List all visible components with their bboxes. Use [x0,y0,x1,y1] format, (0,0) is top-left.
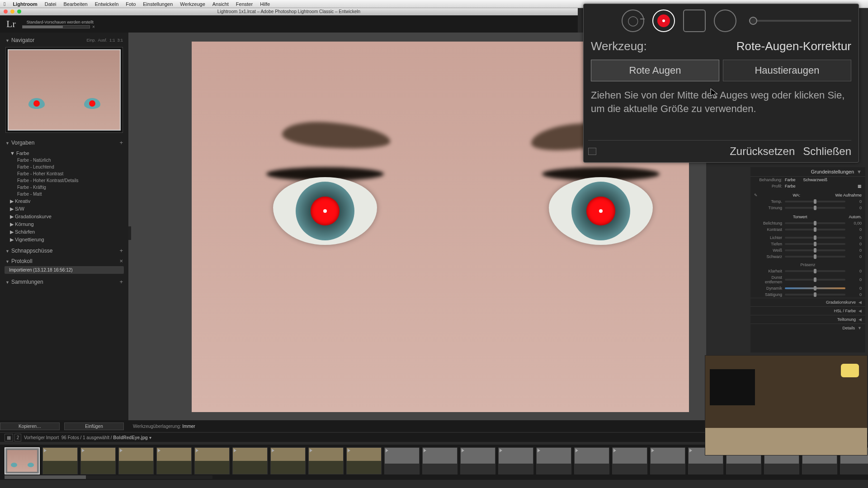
zoom-31[interactable]: 3:1 [117,38,123,42]
zoom-fit[interactable]: Einp. [86,38,96,42]
filmstrip-thumb[interactable] [80,447,116,474]
tool-toggle-switch[interactable] [588,148,596,155]
window-titlebar[interactable]: Lightroom 1x1.lrcat – Adobe Photoshop Li… [0,8,578,15]
dehaze-slider[interactable] [785,279,845,281]
filmstrip-thumb[interactable] [42,447,78,474]
profile-value[interactable]: Farbe [785,184,855,188]
menubar-item[interactable]: Datei [45,1,57,7]
filmstrip-thumb[interactable] [460,447,495,474]
preset-group[interactable]: ▶ Schärfen [5,228,123,236]
split-section-header[interactable]: Teiltonung◀ [750,315,865,324]
window-minimize-button[interactable] [10,9,14,14]
hsl-section-header[interactable]: HSL / Farbe◀ [750,306,865,315]
saturation-slider[interactable] [785,294,845,296]
navigator-header[interactable]: ▼Navigator Einp. Ausf. 1:1 3:1 [3,35,126,45]
add-preset-icon[interactable]: + [119,139,123,146]
blacks-slider[interactable] [785,256,845,258]
filmstrip-thumb[interactable] [612,447,647,474]
treatment-bw[interactable]: Schwarzweiß [803,178,828,182]
filmstrip-thumb[interactable] [156,447,192,474]
menubar-item[interactable]: Fenster [236,1,253,7]
filmstrip-thumb[interactable] [270,447,306,474]
wb-value[interactable]: Wie Aufnahme [835,193,862,197]
red-eye-mode-button[interactable]: Rote Augen [591,60,719,81]
menubar-item[interactable]: Entwickeln [95,1,119,7]
exposure-slider[interactable] [785,222,845,224]
preset-item[interactable]: Farbe - Kräftig [5,184,123,191]
panel-edge-handle[interactable] [128,226,131,240]
preset-item[interactable]: Farbe - Hoher Kontrast [5,170,123,177]
preset-group[interactable]: ▶ Kreativ [5,197,123,205]
menubar-item[interactable]: Einstellungen [143,1,173,7]
clear-history-icon[interactable]: × [119,258,123,264]
pet-eye-mode-button[interactable]: Haustieraugen [723,60,851,81]
profile-grid-icon[interactable]: ▦ [858,184,862,188]
graduated-filter-tool-icon[interactable] [683,9,706,32]
window-close-button[interactable] [4,9,8,14]
filmstrip-thumb[interactable] [574,447,609,474]
cancel-progress-icon[interactable]: × [92,24,95,29]
snapshots-header[interactable]: ▼Schnappschüsse + [3,245,126,256]
filmstrip-thumb[interactable] [650,447,685,474]
collections-header[interactable]: ▼Sammlungen + [3,277,126,287]
menubar-item[interactable]: Ansicht [212,1,229,7]
paste-button[interactable]: Einfügen [64,422,124,430]
whites-slider[interactable] [785,249,845,251]
detail-section-header[interactable]: Details▼ [750,324,865,332]
preset-group[interactable]: ▶ S/W [5,205,123,213]
crop-tool-icon[interactable] [591,9,613,32]
copy-button[interactable]: Kopieren… [0,422,60,430]
window-zoom-button[interactable] [17,9,21,14]
filmstrip-thumb[interactable] [194,447,230,474]
preset-item[interactable]: Farbe - Matt [5,191,123,197]
overlay-mode[interactable]: Immer [182,424,195,429]
preset-item[interactable]: Farbe - Natürlich [5,157,123,164]
contrast-slider[interactable] [785,229,845,230]
close-button[interactable]: Schließen [803,145,851,158]
filmstrip-thumb[interactable] [118,447,154,474]
menubar-item[interactable]: Hilfe [260,1,270,7]
menubar-appname[interactable]: Lightroom [13,1,37,7]
zoom-11[interactable]: 1:1 [109,38,115,42]
menubar-item[interactable]: Werkzeuge [180,1,205,7]
history-header[interactable]: ▼Protokoll × [3,256,126,266]
filmstrip-thumb[interactable] [232,447,268,474]
add-snapshot-icon[interactable]: + [119,247,123,254]
preset-group[interactable]: ▶ Körnung [5,221,123,228]
preset-group[interactable]: ▼ Farbe [5,150,123,157]
auto-tone-button[interactable]: Autom. [849,215,862,219]
grid-view-icon[interactable]: ▦ [5,434,13,441]
presets-header[interactable]: ▼Vorgaben + [3,137,126,148]
zoom-fill[interactable]: Ausf. [98,38,107,42]
highlights-slider[interactable] [785,237,845,239]
preset-group[interactable]: ▶ Vignettierung [5,236,123,244]
menubar-item[interactable]: Foto [126,1,136,7]
filmstrip-thumb-selected[interactable] [5,447,40,474]
spot-removal-tool-icon[interactable]: ◯ [622,9,644,32]
preset-group[interactable]: ▶ Gradationskurve [5,213,123,221]
filmstrip-source[interactable]: Vorheriger Import [24,435,59,440]
treatment-color[interactable]: Farbe [785,178,796,182]
navigator-thumbnail[interactable] [5,47,123,133]
clarity-slider[interactable] [785,270,845,272]
filmstrip-scrollbar[interactable] [5,475,212,479]
history-item[interactable]: Importieren (13.12.18 16:56:12) [5,266,124,274]
filmstrip-thumb[interactable] [346,447,382,474]
wb-picker-icon[interactable]: ✎ [754,193,758,197]
filmstrip-thumb[interactable] [422,447,458,474]
basic-panel-header[interactable]: Grundeinstellungen▼ [750,167,865,177]
reset-button[interactable]: Zurücksetzen [730,145,795,158]
radial-filter-tool-icon[interactable] [714,9,736,32]
preset-item[interactable]: Farbe - Leuchtend [5,164,123,170]
menubar-item[interactable]: Bearbeiten [63,1,87,7]
tonecurve-section-header[interactable]: Gradationskurve◀ [750,298,865,306]
temp-slider[interactable] [785,201,845,202]
preset-item[interactable]: Farbe - Hoher Kontrast/Details [5,177,123,184]
secondary-display-icon[interactable]: 2 [14,434,22,441]
apple-menu-icon[interactable]:  [4,1,5,7]
filmstrip-thumb[interactable] [498,447,533,474]
filmstrip-thumb[interactable] [536,447,571,474]
filmstrip-thumb[interactable] [308,447,344,474]
red-eye-tool-icon[interactable] [652,9,675,32]
filmstrip-thumb[interactable] [384,447,420,474]
